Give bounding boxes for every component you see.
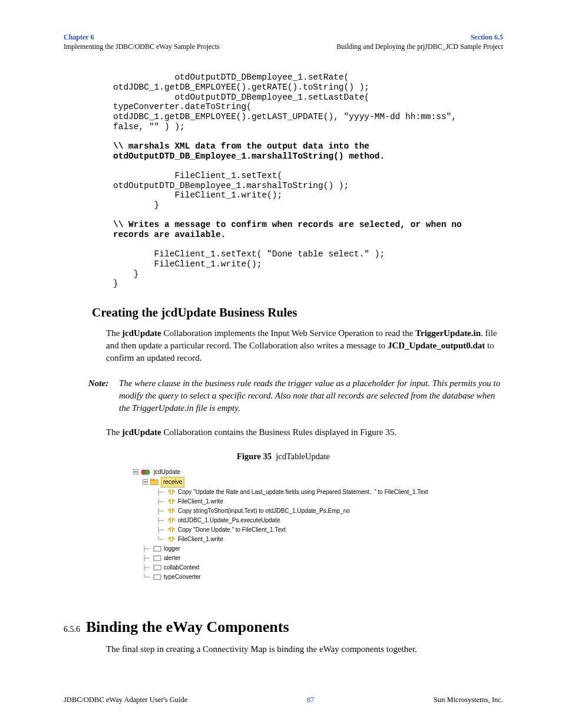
branch-icon: [143, 564, 151, 571]
tree-root-label: jcdUpdate: [154, 467, 180, 477]
branch-icon: [157, 508, 165, 515]
folder-icon: [150, 479, 158, 485]
svg-rect-25: [154, 556, 161, 561]
tree-item-label: Copy "Update the Rate and Last_update fi…: [178, 487, 428, 497]
tree-tail-label: collabContext: [164, 563, 200, 572]
tree-receive: receive: [133, 477, 503, 487]
tree-item: Copy "Done Update." to FileClient_1.Text: [133, 525, 503, 535]
text-bold: jcdUpdate: [122, 328, 161, 338]
paragraph-2: The jcdUpdate Collaboration contains the…: [106, 426, 503, 439]
footer-page-number: 87: [307, 696, 315, 704]
code-line: otdOutputDTD_DBemployee_1.setRate(: [113, 73, 354, 82]
tree-item: otdJDBC_1.Update_Ps.executeUpdate: [133, 516, 503, 525]
code-line: }: [113, 269, 139, 279]
assign-icon: [167, 527, 176, 533]
collapse-icon: [143, 479, 148, 485]
code-line: otdJDBC_1.getDB_EMPLOYEE().getRATE().toS…: [113, 83, 369, 92]
branch-icon: [157, 526, 165, 533]
note-block: Note: The where clause in the business r…: [88, 377, 503, 414]
text: Collaboration contains the Business Rule…: [161, 427, 396, 437]
code-line: }: [113, 279, 118, 288]
footer-right: Sun Microsystems, Inc.: [434, 696, 503, 704]
assign-icon: [167, 536, 176, 542]
code-line: FileClient_1.write();: [113, 259, 262, 269]
code-comment: records are available.: [113, 230, 226, 239]
field-icon: [153, 574, 161, 580]
section-title: Binding the eWay Components: [86, 618, 289, 636]
paragraph-1: The jcdUpdate Collaboration implements t…: [106, 327, 503, 364]
footer-left: JDBC/ODBC eWay Adapter User's Guide: [64, 696, 187, 704]
svg-rect-31: [154, 575, 161, 579]
tree-item-label: otdJDBC_1.Update_Ps.executeUpdate: [178, 516, 280, 525]
code-line: otdJDBC_1.getDB_EMPLOYEE().getLAST_UPDAT…: [113, 112, 462, 121]
tree-item: FileClient_1.write: [133, 497, 503, 506]
tree-tail-label: typeConverter: [164, 572, 201, 582]
branch-icon: [157, 489, 165, 496]
figure-caption: Figure 35 jcdTableUpdate: [64, 452, 503, 462]
note-label: Note:: [88, 377, 119, 414]
tree-item-label: Copy "Done Update." to FileClient_1.Text: [178, 525, 286, 535]
header-right: Section 6.5 Building and Deploying the p…: [336, 33, 503, 51]
chapter-subtitle: Implementing the JDBC/ODBC eWay Sample P…: [64, 42, 220, 52]
field-icon: [153, 565, 161, 571]
tree-item-label: Copy stringToShort(input.Text) to otdJDB…: [178, 506, 350, 516]
tree-root: jcdUpdate: [133, 467, 503, 477]
branch-icon: [143, 545, 151, 552]
code-block-1: otdOutputDTD_DBemployee_1.setRate( otdJD…: [113, 73, 503, 289]
code-comment: \\ marshals XML data from the output dat…: [113, 141, 375, 151]
assign-icon: [167, 489, 176, 495]
code-line: typeConverter.dateToString(: [113, 102, 257, 111]
code-comment: otdOutputDTD_DB_Employee_1.marshallToStr…: [113, 151, 385, 161]
section-heading-row: 6.5.6 Binding the eWay Components: [64, 618, 503, 636]
branch-end-icon: [157, 536, 165, 543]
tree-item: Copy stringToShort(input.Text) to otdJDB…: [133, 506, 503, 516]
tree-item: Copy "Update the Rate and Last_update fi…: [133, 487, 503, 497]
chapter-label: Chapter 6: [64, 33, 220, 42]
code-line: FileClient_1.write();: [113, 190, 282, 200]
page-header: Chapter 6 Implementing the JDBC/ODBC eWa…: [64, 33, 503, 51]
section-number: 6.5.6: [64, 625, 80, 634]
field-icon: [153, 555, 161, 561]
paragraph-binding: The final step in creating a Connectivit…: [106, 643, 503, 655]
tree-item-label: FileClient_1.write: [178, 497, 223, 506]
tree-item: FileClient_1.write: [133, 535, 503, 544]
tree-item-label: FileClient_1.write: [178, 535, 223, 544]
assign-icon: [167, 508, 176, 514]
code-line: false, "" ) );: [113, 122, 185, 131]
tree-tail-label: logger: [164, 544, 180, 554]
code-line: }: [113, 200, 159, 210]
code-line: FileClient_1.setText( "Done table select…: [113, 249, 385, 259]
header-left: Chapter 6 Implementing the JDBC/ODBC eWa…: [64, 33, 220, 51]
branch-icon: [157, 517, 165, 524]
code-line: otdOutputDTD_DBemployee_1.setLastDate(: [113, 93, 375, 102]
svg-point-3: [145, 470, 150, 475]
figure-tree: jcdUpdate receive Copy "Update the Rate …: [133, 467, 503, 582]
section-label: Section 6.5: [336, 33, 503, 42]
figure-title: jcdTableUpdate: [276, 452, 330, 461]
note-body: The where clause in the business rule re…: [119, 377, 503, 414]
svg-rect-7: [150, 479, 154, 480]
page: Chapter 6 Implementing the JDBC/ODBC eWa…: [0, 0, 562, 728]
tree-tail-item: typeConverter: [133, 572, 503, 582]
collaboration-icon: [141, 469, 151, 476]
svg-rect-28: [154, 565, 161, 570]
text-bold: TriggerUpdate.in: [415, 328, 481, 338]
text-bold: jcdUpdate: [122, 427, 161, 437]
text: The: [106, 427, 122, 437]
tree-tail-label: alerter: [164, 554, 180, 563]
tree-receive-label: receive: [161, 477, 184, 487]
tree-tail-item: logger: [133, 544, 503, 554]
page-footer: JDBC/ODBC eWay Adapter User's Guide 87 S…: [64, 696, 503, 704]
text: The: [106, 328, 122, 338]
tree-tail-item: collabContext: [133, 563, 503, 572]
assign-icon: [167, 499, 176, 505]
heading-creating-jcdupdate: Creating the jcdUpdate Business Rules: [92, 305, 503, 320]
field-icon: [153, 546, 161, 552]
assign-icon: [167, 518, 176, 523]
tree-tail-item: alerter: [133, 554, 503, 563]
code-line: otdOutputDTD_DBemployee_1.marshalToStrin…: [113, 181, 349, 190]
code-line: FileClient_1.setText(: [113, 171, 287, 180]
text: Collaboration implements the Input Web S…: [161, 328, 415, 338]
branch-icon: [143, 555, 151, 562]
code-comment: \\ Writes a message to confirm when reco…: [113, 220, 467, 229]
